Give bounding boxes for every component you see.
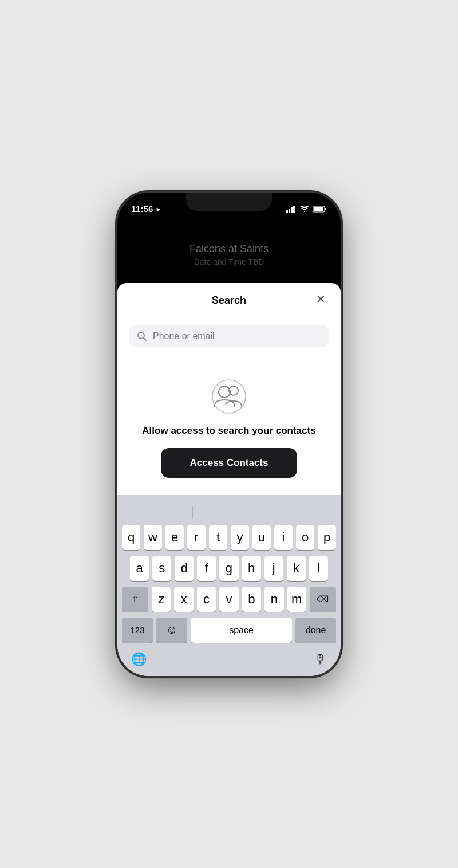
time-display: 11:56 [131,204,153,214]
modal-header: Search ✕ [117,283,341,316]
key-o[interactable]: o [296,525,314,550]
key-r[interactable]: r [187,525,206,550]
close-button[interactable]: ✕ [312,290,329,308]
key-q[interactable]: q [122,525,140,550]
signal-icon [286,206,297,213]
key-z[interactable]: z [152,587,171,612]
svg-rect-6 [314,207,323,211]
key-i[interactable]: i [274,525,293,550]
key-u[interactable]: u [252,525,271,550]
svg-point-12 [212,380,246,413]
search-icon [137,331,147,341]
keyboard-row-3: ⇧ z x c v b n m ⌫ [120,587,338,612]
bg-event-subtitle: Date and Time TBD [117,257,341,266]
keyboard-row-2: a s d f g h j k l [120,556,338,581]
key-j[interactable]: j [264,556,283,581]
key-y[interactable]: y [231,525,249,550]
svg-rect-2 [291,207,293,213]
bg-event-title: Falcons at Saints [117,243,341,255]
keyboard-bottom: 🌐 🎙 [120,649,338,676]
key-x[interactable]: x [174,587,193,612]
key-l[interactable]: l [309,556,328,581]
svg-rect-5 [325,208,327,210]
key-a[interactable]: a [130,556,149,581]
search-input-wrapper[interactable] [129,325,329,347]
status-time-area: 11:56 ► [131,204,161,214]
key-c[interactable]: c [197,587,216,612]
keyboard-row-4: 123 ☺ space done [120,618,338,643]
notch [186,193,272,211]
numbers-key[interactable]: 123 [122,618,153,643]
keyboard: q w e r t y u i o p a s d f g [117,495,341,676]
svg-rect-1 [289,209,290,213]
key-p[interactable]: p [318,525,336,550]
key-n[interactable]: n [264,587,283,612]
svg-point-10 [219,386,230,398]
microphone-icon[interactable]: 🎙 [314,652,327,667]
location-icon: ► [155,206,161,213]
space-key[interactable]: space [191,618,292,643]
search-area [117,316,341,356]
shift-key[interactable]: ⇧ [122,587,148,612]
svg-line-8 [144,337,147,340]
modal-title: Search [212,294,246,307]
key-g[interactable]: g [219,556,238,581]
svg-rect-3 [293,206,295,213]
done-key[interactable]: done [295,618,336,643]
key-f[interactable]: f [197,556,216,581]
key-h[interactable]: h [242,556,261,581]
battery-icon [313,206,327,213]
keyboard-suggestions [120,500,338,525]
search-input[interactable] [153,331,321,341]
wifi-icon [300,206,309,213]
background-app: Falcons at Saints Date and Time TBD [117,220,341,278]
key-t[interactable]: t [209,525,227,550]
globe-icon[interactable]: 🌐 [131,652,147,667]
modal-sheet: Search ✕ [117,283,341,676]
phone-screen: 11:56 ► [117,193,341,676]
key-v[interactable]: v [219,587,238,612]
delete-key[interactable]: ⌫ [310,587,336,612]
status-icons [286,206,327,213]
key-m[interactable]: m [287,587,306,612]
key-e[interactable]: e [165,525,184,550]
key-k[interactable]: k [287,556,306,581]
phone-frame: 11:56 ► [117,193,341,676]
contacts-access-area: Allow access to search your contacts Acc… [117,356,341,495]
access-contacts-button[interactable]: Access Contacts [161,448,297,478]
key-w[interactable]: w [144,525,162,550]
svg-rect-0 [286,210,288,213]
emoji-key[interactable]: ☺ [156,618,187,643]
key-b[interactable]: b [242,587,261,612]
keyboard-row-1: q w e r t y u i o p [120,525,338,550]
key-d[interactable]: d [175,556,194,581]
contacts-icon [212,379,246,414]
contacts-message: Allow access to search your contacts [142,425,315,437]
key-s[interactable]: s [152,556,171,581]
